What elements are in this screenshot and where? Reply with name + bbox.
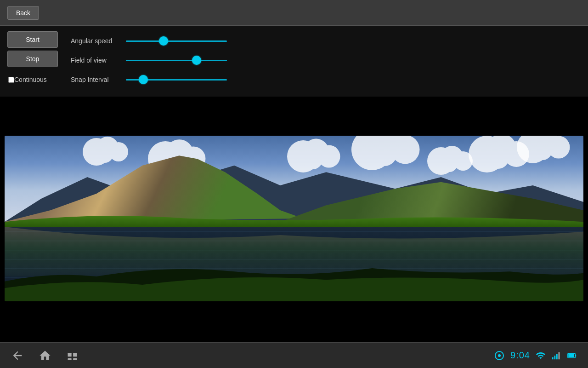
settings-icon[interactable] (494, 350, 505, 361)
left-controls: Start Stop Continuous (7, 31, 67, 89)
snap-interval-row: Snap Interval (67, 70, 581, 89)
wifi-icon (536, 351, 546, 361)
back-nav-icon[interactable] (11, 349, 24, 362)
svg-rect-2 (68, 358, 72, 360)
start-button[interactable]: Start (7, 31, 58, 48)
signal-icon (551, 351, 561, 361)
angular-speed-slider[interactable] (126, 40, 227, 42)
continuous-row: Continuous (8, 70, 67, 89)
svg-point-5 (498, 354, 501, 357)
svg-rect-0 (68, 353, 72, 356)
continuous-checkbox[interactable] (8, 77, 14, 83)
panorama-image (5, 136, 583, 301)
snap-interval-label: Snap Interval (71, 76, 126, 83)
svg-rect-11 (575, 355, 576, 356)
snap-interval-slider[interactable] (126, 79, 227, 80)
svg-rect-7 (554, 356, 555, 359)
stop-button[interactable]: Stop (7, 51, 58, 67)
field-of-view-slider-container (126, 60, 581, 61)
controls-area: Start Stop Continuous Angular speed Fiel… (0, 26, 588, 97)
nav-icons-right: 9:04 (494, 350, 577, 361)
svg-rect-1 (73, 353, 77, 356)
nav-icons-left (11, 349, 79, 362)
svg-rect-12 (568, 354, 574, 356)
snap-interval-slider-container (126, 79, 581, 80)
bottom-bar: 9:04 (0, 342, 588, 368)
field-of-view-row: Field of view (67, 51, 581, 70)
sliders-column: Angular speed Field of view Snap Interva… (67, 31, 581, 89)
panorama-container (5, 136, 583, 301)
field-of-view-label: Field of view (71, 57, 126, 64)
clock: 9:04 (510, 350, 530, 361)
svg-rect-3 (73, 358, 77, 360)
recents-nav-icon[interactable] (66, 349, 79, 362)
svg-rect-8 (556, 354, 558, 359)
svg-rect-9 (559, 352, 560, 359)
field-of-view-slider[interactable] (126, 60, 227, 61)
angular-speed-label: Angular speed (71, 37, 126, 45)
continuous-label: Continuous (14, 76, 47, 83)
home-nav-icon[interactable] (39, 349, 51, 362)
angular-speed-slider-container (126, 40, 581, 42)
top-bar: Back (0, 0, 588, 26)
battery-icon (567, 351, 577, 361)
angular-speed-row: Angular speed (67, 31, 581, 51)
back-button[interactable]: Back (7, 6, 39, 20)
svg-rect-6 (552, 357, 554, 359)
